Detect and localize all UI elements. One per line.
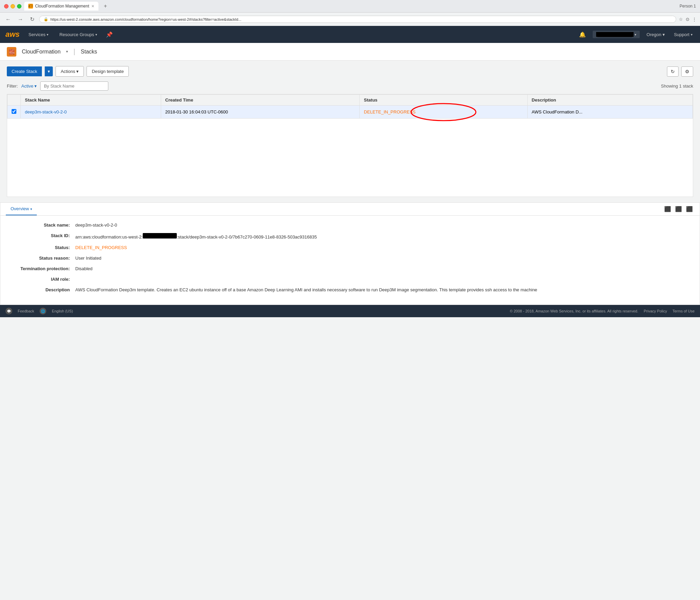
- aws-logo-text: aws: [5, 30, 20, 39]
- refresh-button[interactable]: ↻: [667, 66, 679, 77]
- table-inner: Stack Name Created Time Status Descripti…: [7, 94, 693, 197]
- panel-expand-button[interactable]: ⬛: [674, 204, 683, 214]
- language-link[interactable]: English (US): [52, 309, 73, 313]
- resource-groups-nav-item[interactable]: Resource Groups ▾: [57, 32, 99, 37]
- support-nav-item[interactable]: Support ▾: [672, 32, 695, 37]
- cloudformation-icon: 🧱: [7, 47, 16, 57]
- copyright-text: © 2008 - 2018, Amazon Web Services, Inc.…: [510, 309, 638, 313]
- secure-icon: 🔒: [44, 17, 48, 21]
- browser-chrome: 🏷 CloudFormation Management ✕ + Person 1…: [0, 0, 700, 26]
- services-nav-item[interactable]: Services ▾: [27, 32, 51, 37]
- panel-minimize-button[interactable]: ⬛: [663, 204, 672, 214]
- resource-groups-arrow-icon: ▾: [95, 33, 97, 36]
- back-button[interactable]: ←: [3, 16, 13, 23]
- terms-of-use-link[interactable]: Terms of Use: [672, 309, 695, 313]
- browser-dots: [4, 4, 21, 9]
- filter-active-label: Active: [21, 83, 33, 89]
- toolbar-row: Create Stack ▾ Actions ▾ Design template…: [7, 66, 693, 77]
- table-header: Stack Name Created Time Status Descripti…: [7, 95, 693, 106]
- status-value: DELETE_IN_PROGRESS: [364, 109, 416, 114]
- privacy-policy-link[interactable]: Privacy Policy: [644, 309, 667, 313]
- description-detail-label: Description: [7, 287, 75, 292]
- table-row[interactable]: deep3m-stack-v0-2-0 2018-01-30 16:04:03 …: [7, 106, 693, 119]
- pin-icon[interactable]: 📌: [106, 31, 113, 38]
- design-template-button[interactable]: Design template: [87, 66, 129, 77]
- service-dropdown-arrow-icon[interactable]: ▾: [66, 49, 68, 54]
- bookmark-icon[interactable]: ☆: [679, 17, 683, 22]
- dot-green[interactable]: [17, 4, 21, 9]
- svg-point-0: [411, 104, 476, 121]
- services-arrow-icon: ▾: [47, 33, 48, 36]
- region-selector[interactable]: Oregon ▾: [647, 32, 665, 37]
- detail-body: Stack name: deep3m-stack-v0-2-0 Stack ID…: [0, 216, 700, 305]
- row-checkbox-cell: [7, 106, 21, 119]
- stack-id-label: Stack ID:: [7, 233, 75, 238]
- stack-name-link[interactable]: deep3m-stack-v0-2-0: [25, 109, 67, 114]
- extension-icon[interactable]: ⊙: [686, 17, 689, 22]
- termination-value: Disabled: [75, 266, 686, 271]
- new-tab-button[interactable]: +: [101, 3, 110, 9]
- aws-logo: aws: [5, 30, 20, 39]
- menu-icon[interactable]: ⋮: [692, 17, 697, 22]
- toolbar-icons: ☆ ⊙ ⋮: [679, 17, 697, 22]
- service-header: 🧱 CloudFormation ▾ | Stacks: [0, 43, 700, 61]
- table-header-created-time: Created Time: [161, 95, 360, 106]
- table-body: deep3m-stack-v0-2-0 2018-01-30 16:04:03 …: [7, 106, 693, 119]
- description-cell: AWS CloudFormation D...: [527, 106, 693, 119]
- termination-label: Termination protection:: [7, 266, 75, 271]
- dot-yellow[interactable]: [11, 4, 15, 9]
- footer: 💬 Feedback 🌐 English (US) © 2008 - 2018,…: [0, 305, 700, 317]
- settings-button[interactable]: ⚙: [681, 66, 693, 77]
- account-text: ████████████: [596, 32, 634, 37]
- row-checkbox[interactable]: [12, 109, 16, 114]
- detail-row-stack-name: Stack name: deep3m-stack-v0-2-0: [7, 222, 686, 228]
- main-content: Create Stack ▾ Actions ▾ Design template…: [0, 61, 700, 202]
- panel-fullscreen-button[interactable]: ⬛: [685, 204, 694, 214]
- feedback-link[interactable]: Feedback: [18, 309, 34, 313]
- tab-close-icon[interactable]: ✕: [91, 4, 94, 9]
- filter-label: Filter:: [7, 83, 18, 89]
- detail-row-iam-role: IAM role:: [7, 277, 686, 282]
- account-arrow-icon: ▾: [635, 33, 636, 36]
- tab-favicon: 🏷: [28, 4, 33, 9]
- reload-button[interactable]: ↻: [28, 15, 36, 23]
- browser-tab[interactable]: 🏷 CloudFormation Management ✕: [24, 2, 98, 11]
- service-divider: |: [74, 48, 75, 56]
- stack-name-detail-value: deep3m-stack-v0-2-0: [75, 222, 686, 228]
- iam-role-label: IAM role:: [7, 277, 75, 282]
- tab-overview[interactable]: Overview ▾: [6, 203, 37, 215]
- stack-name-cell: deep3m-stack-v0-2-0: [21, 106, 161, 119]
- table-header-description: Description: [527, 95, 693, 106]
- stack-id-detail-value: arn:aws:cloudformation:us-west-2::stack/…: [75, 233, 686, 240]
- stack-id-redacted: [143, 233, 177, 239]
- filter-active-dropdown[interactable]: Active ▾: [21, 83, 37, 89]
- stack-name-filter-input[interactable]: [40, 81, 108, 91]
- detail-panel-icons: ⬛ ⬛ ⬛: [663, 204, 694, 214]
- stacks-title: Stacks: [81, 49, 97, 55]
- actions-button[interactable]: Actions ▾: [56, 66, 84, 77]
- table-header-status: Status: [360, 95, 528, 106]
- create-stack-dropdown-button[interactable]: ▾: [45, 66, 53, 76]
- status-cell: DELETE_IN_PROGRESS: [360, 106, 528, 119]
- resource-groups-label: Resource Groups: [59, 32, 94, 37]
- account-selector[interactable]: ████████████ ▾: [593, 31, 640, 38]
- status-detail-value: DELETE_IN_PROGRESS: [75, 245, 686, 250]
- filter-active-arrow-icon: ▾: [34, 83, 37, 89]
- support-label: Support: [674, 32, 689, 37]
- person-label: Person 1: [680, 4, 696, 9]
- address-bar[interactable]: 🔒 https://us-west-2.console.aws.amazon.c…: [39, 16, 676, 23]
- bell-icon[interactable]: 🔔: [579, 31, 586, 38]
- feedback-bubble-icon: 💬: [5, 308, 12, 314]
- forward-button[interactable]: →: [16, 16, 25, 23]
- detail-panel: Overview ▾ ⬛ ⬛ ⬛ Stack name: deep3m-stac…: [0, 202, 700, 305]
- description-detail-value: AWS CloudFormation Deep3m template. Crea…: [75, 287, 686, 292]
- services-label: Services: [29, 32, 46, 37]
- dot-red[interactable]: [4, 4, 9, 9]
- create-stack-button[interactable]: Create Stack: [7, 66, 42, 76]
- browser-toolbar: ← → ↻ 🔒 https://us-west-2.console.aws.am…: [0, 12, 700, 26]
- service-name[interactable]: CloudFormation: [22, 49, 61, 55]
- detail-row-status-reason: Status reason: User Initiated: [7, 256, 686, 261]
- stacks-table-container: Stack Name Created Time Status Descripti…: [7, 94, 693, 197]
- table-header-stack-name: Stack Name: [21, 95, 161, 106]
- created-time-cell: 2018-01-30 16:04:03 UTC-0600: [161, 106, 360, 119]
